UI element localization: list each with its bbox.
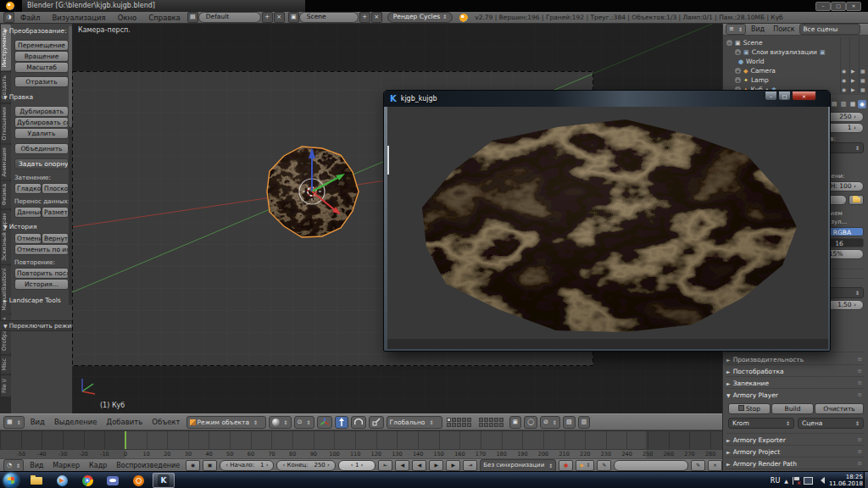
eye-icon[interactable]: ◉ [842,68,846,74]
expander-icon[interactable]: + [735,68,741,74]
show-desktop-button[interactable] [864,472,868,488]
panel-armory-exporter[interactable]: ►Armory Exporter≡ [726,436,862,444]
player-window[interactable]: K kjgb_kujgb – ▢ × [383,90,831,352]
preview-range-toggle[interactable]: ◉ [186,460,200,471]
tab-grease-pencil[interactable]: Эскизный каран [1,210,11,264]
opengl-render-button[interactable]: ▨ [563,416,576,429]
current-frame-field[interactable]: ‹ 1 › [338,460,376,471]
selectable-icon[interactable]: ▶ [851,86,855,92]
menu-file[interactable]: Файл [14,14,46,22]
data-button[interactable]: Данные [14,207,42,218]
taskbar-explorer[interactable] [25,473,47,488]
insert-key-button[interactable]: ✎ [691,460,705,471]
timeline-tracks[interactable] [0,430,722,450]
render-engine-selector[interactable]: Рендер Cycles⇕ [387,12,453,23]
manipulator-translate-button[interactable] [335,416,348,429]
layout-delete-button[interactable]: × [274,12,285,23]
language-indicator[interactable]: RU [771,477,780,485]
renderable-icon[interactable]: ▦ [860,68,865,74]
duplicate-button[interactable]: Дублировать [14,106,69,117]
expander-icon[interactable]: + [735,77,741,83]
jump-to-start-button[interactable]: ⇤ [378,460,392,471]
minimize-button[interactable]: – [815,2,831,11]
proportional-edit-toggle[interactable]: ◯ [524,416,537,429]
undo-history-button[interactable]: Отменить по истор... [14,244,69,255]
start-frame-field[interactable]: ‹ Начало: 1 › [220,460,274,471]
clock[interactable]: 18:25 11.06.2018 [829,474,863,487]
action-center-icon[interactable]: × [793,477,799,485]
data-layout-button[interactable]: Разметка [42,207,69,218]
eye-icon[interactable]: ◉ [842,77,846,83]
outliner-filter-selector[interactable]: Все сцены [799,24,860,35]
duplicate-linked-button[interactable]: Дублировать со св... [14,117,69,128]
prev-keyframe-button[interactable]: ◀ [395,460,409,471]
close-button[interactable]: × [792,91,816,101]
eye-icon[interactable]: ◉ [842,86,846,92]
expander-icon[interactable]: − [726,40,732,46]
armory-stop-button[interactable]: Stop [728,403,771,414]
shade-smooth-button[interactable]: Гладко [14,183,42,194]
translate-button[interactable]: Перемещение [14,40,69,51]
layout-browse-icon[interactable]: ▤ [187,12,198,23]
delete-button[interactable]: Удалить [14,128,69,139]
player-window-titlebar[interactable]: K kjgb_kujgb [384,91,830,107]
selectable-icon[interactable]: ▶ [851,77,855,83]
expander-icon[interactable]: + [735,49,741,55]
join-button[interactable]: Объединить [14,143,69,154]
file-browse-button[interactable] [849,195,864,205]
repeat-history-button[interactable]: История... [14,279,69,290]
tab-physics[interactable]: Физика [1,180,11,208]
delete-key-button[interactable]: × [708,460,722,471]
lock-camera-toggle[interactable]: ▣ [509,416,522,429]
tab-animation[interactable]: Анимация [1,144,11,180]
panel-armory-project[interactable]: ►Armory Project≡ [726,448,862,456]
menu-object[interactable]: Объект [148,418,183,426]
snap-toggle[interactable]: ⊘⇕ [540,416,560,429]
keying-set-button[interactable]: ◆⇕ [576,460,594,471]
jump-to-end-button[interactable]: ⇥ [463,460,477,471]
mode-selector[interactable]: Режим объекта⇕ [186,416,266,429]
tab-render-active[interactable]: ◉ [858,100,866,108]
shade-flat-button[interactable]: Плоско [42,183,69,194]
scene-browse-icon[interactable]: ▣ [288,12,299,23]
menu-render[interactable]: Визуализация [46,14,111,22]
manipulator-scale-button[interactable] [369,416,384,429]
editor-type-selector[interactable]: ≡⇕ [726,24,746,35]
layout-add-button[interactable]: + [262,12,273,23]
end-frame-field[interactable]: ‹ Конец: 250 › [276,460,335,471]
panel-history-header[interactable]: ▼История [3,223,70,230]
tab-render-settings[interactable]: ▤ [830,100,838,108]
renderable-icon[interactable]: ▦ [860,86,865,92]
menu-frame[interactable]: Кадр [86,462,110,469]
start-button[interactable] [3,473,19,488]
manipulator-rotate-button[interactable] [351,416,366,429]
taskbar-blender[interactable] [127,473,149,488]
record-button[interactable]: ● [559,460,573,471]
menu-view[interactable]: Вид [27,418,48,426]
opengl-render-anim-button[interactable]: ▥ [578,416,591,429]
undo-button[interactable]: Отменить [14,233,42,244]
set-origin-dropdown[interactable]: Задать опорную т...⇕ [14,158,69,169]
minimize-button[interactable]: – [765,91,777,101]
manipulator-toggle[interactable] [317,416,332,429]
tray-expand-icon[interactable]: ▲ [784,478,788,484]
outliner-row-world[interactable]: ● World [738,57,765,66]
play-button[interactable]: ▶ [429,460,443,471]
maximize-button[interactable]: ▢ [831,2,846,11]
orientation-selector[interactable]: Глобально⇕ [387,416,442,429]
armory-runtime-selector[interactable]: Krom⇕ [728,418,794,429]
panel-performance[interactable]: ►Производительность≡ [726,356,862,363]
user-prefs-icon[interactable]: ◑ [3,12,14,23]
panel-landscape-header[interactable]: ►Landscape Tools [3,297,70,304]
armory-scene-selector[interactable]: Сцена⇕ [798,418,864,429]
pivot-selector[interactable]: ⊙⇕ [294,416,314,429]
armory-clean-button[interactable]: Очистить [815,403,864,414]
scale-button[interactable]: Масштаб [14,62,69,73]
outliner-row-lamp[interactable]: + ✦ Lamp [735,75,769,85]
panel-transform-header[interactable]: ▼Преобразование: [3,27,70,35]
renderable-icon[interactable]: ▦ [860,77,865,83]
taskbar-chrome[interactable] [76,473,98,488]
tab-relations[interactable]: Отношения [1,103,11,143]
menu-search[interactable]: Поиск [770,25,798,33]
panel-postprocessing[interactable]: ►Постобработка≡ [726,368,862,375]
